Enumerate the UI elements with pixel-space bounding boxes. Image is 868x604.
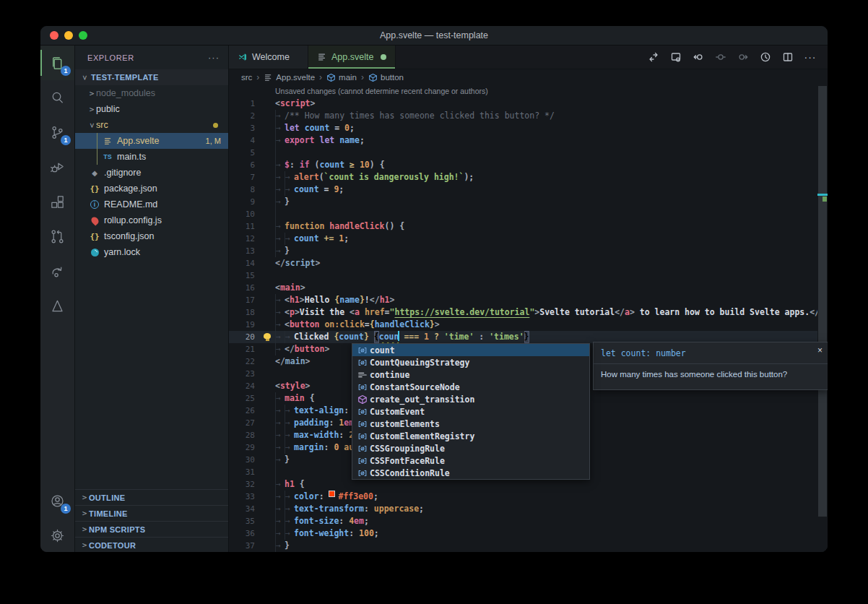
scrollbar[interactable]	[818, 86, 827, 517]
file-row-tsconfig-json[interactable]: {}tsconfig.json	[75, 228, 228, 244]
tab-app-svelte[interactable]: App.svelte	[308, 46, 396, 69]
code-line[interactable]: 4→export let name;	[229, 134, 817, 147]
activity-item-search[interactable]	[40, 80, 74, 115]
code-line[interactable]: 9→}	[229, 196, 817, 208]
breadcrumb-item-main[interactable]: main	[326, 73, 357, 82]
sidebar-more-actions-icon[interactable]: ···	[208, 54, 220, 61]
indent-arrow: →	[275, 306, 285, 319]
code-line[interactable]: 8→→count = 9;	[229, 184, 817, 196]
code-token: ?	[429, 331, 444, 343]
indent-arrow: →	[275, 159, 285, 171]
suggestion-countqueuingstrategy[interactable]: CountQueuingStrategy	[352, 356, 589, 368]
overview-change-mark	[823, 197, 827, 202]
code-line[interactable]: 35→→font-size: 4em;	[229, 515, 817, 527]
code-line[interactable]: 33→→color: #ff3e00;	[229, 491, 817, 503]
navigate-forward-icon[interactable]	[734, 48, 752, 66]
file-row-rollup-config-js[interactable]: rollup.config.js	[75, 212, 228, 228]
code-line[interactable]: 3→let count = 0;	[229, 122, 817, 134]
code-line[interactable]: 6→$: if (count ≥ 10) {	[229, 159, 817, 171]
file-row-package-json[interactable]: {}package.json	[75, 181, 228, 197]
code-line[interactable]: 36→→font-weight: 100;	[229, 527, 817, 540]
navigate-back-icon[interactable]	[690, 48, 707, 66]
code-line[interactable]: 16<main>	[229, 282, 817, 294]
search-icon	[49, 90, 66, 106]
suggestion-customelements[interactable]: customElements	[352, 418, 589, 430]
sidebar-panel-npm-scripts[interactable]: >NPM SCRIPTS	[75, 521, 228, 537]
sidebar-header: EXPLORER ···	[75, 46, 228, 69]
close-icon[interactable]: ×	[817, 346, 823, 355]
suggestion-cssfontfacerule[interactable]: CSSFontFaceRule	[352, 454, 589, 467]
sidebar-section-test-template[interactable]: > TEST-TEMPLATE	[75, 69, 228, 85]
code-line[interactable]: 13→}	[229, 245, 817, 257]
code-line[interactable]: 1<script>	[229, 98, 817, 110]
code-line[interactable]: 2→/** How many times has someone clicked…	[229, 110, 817, 122]
suggestion-customelementregistry[interactable]: CustomElementRegistry	[352, 430, 589, 442]
activity-item-azure[interactable]	[40, 288, 74, 323]
code-editor[interactable]: Unsaved changes (cannot determine recent…	[229, 85, 817, 553]
code-token: let	[319, 134, 339, 147]
more-actions-icon[interactable]: ···	[802, 48, 819, 66]
code-token: 'times'	[489, 331, 524, 343]
navigate-current-icon[interactable]	[712, 48, 729, 66]
sidebar-panel-codetour[interactable]: >CODETOUR	[75, 537, 228, 553]
indent-arrow: →	[285, 184, 294, 196]
file-row-readme-md[interactable]: iREADME.md	[75, 197, 228, 212]
activity-item-run-debug[interactable]	[40, 150, 74, 184]
breadcrumb-item-app-svelte[interactable]: App.svelte	[264, 73, 315, 82]
file-row-public[interactable]: >public	[75, 101, 228, 117]
suggestion-constantsourcenode[interactable]: ConstantSourceNode	[352, 381, 589, 393]
code-token: handleClick	[329, 220, 384, 233]
suggestion-customevent[interactable]: CustomEvent	[352, 405, 589, 418]
zoom-button[interactable]	[79, 31, 87, 40]
code-token: }	[285, 454, 290, 466]
file-row-app-svelte[interactable]: App.svelte1, M	[75, 133, 228, 149]
minimize-button[interactable]	[64, 31, 73, 40]
settings-icon	[49, 527, 66, 544]
file-row-node-modules[interactable]: >node_modules	[75, 85, 228, 101]
sidebar-panel-timeline[interactable]: >TIMELINE	[75, 505, 228, 521]
lightbulb-icon[interactable]	[264, 333, 271, 339]
file-row-src[interactable]: >src	[75, 117, 228, 133]
code-line[interactable]: 11→function handleClick() {	[229, 220, 817, 233]
open-preview-icon[interactable]	[667, 48, 685, 66]
suggestion-cssconditionrule[interactable]: CSSConditionRule	[352, 467, 589, 479]
extensions-icon	[49, 194, 66, 210]
code-line[interactable]: 32→h1 {	[229, 478, 817, 491]
code-line[interactable]: 19→<button on:click={handleClick}>	[229, 319, 817, 331]
code-token: <	[285, 319, 290, 331]
code-line[interactable]: 5	[229, 147, 817, 159]
breadcrumb-item-button[interactable]: button	[368, 73, 404, 82]
activity-item-accounts[interactable]: 1	[40, 483, 74, 518]
activity-item-explorer[interactable]: 1	[40, 46, 74, 80]
activity-item-github-pull-requests[interactable]	[40, 219, 74, 254]
indent-arrow: →	[275, 171, 285, 184]
code-line[interactable]: 15	[229, 269, 817, 282]
code-line[interactable]: 14</script>	[229, 257, 817, 269]
code-line[interactable]: 10	[229, 208, 817, 220]
activity-item-live-share[interactable]	[40, 254, 74, 288]
code-line[interactable]: 34→→text-transform: uppercase;	[229, 503, 817, 515]
suggestion-create-out-transition[interactable]: create_out_transition	[352, 393, 589, 405]
code-token: handleClick	[375, 319, 430, 331]
code-line[interactable]: 12→→count += 1;	[229, 233, 817, 245]
code-line[interactable]: 7→→alert(`count is dangerously high!`);	[229, 171, 817, 184]
breadcrumb-item-src[interactable]: src	[241, 73, 252, 82]
suggestion-count[interactable]: count	[352, 344, 589, 356]
activity-item-source-control[interactable]: 1	[40, 115, 74, 150]
file-row-main-ts[interactable]: TSmain.ts	[75, 149, 228, 165]
code-line[interactable]: 37→}	[229, 540, 817, 552]
suggestion-cssgroupingrule[interactable]: CSSGroupingRule	[352, 442, 589, 454]
file-row-gitignore[interactable]: ◆.gitignore	[75, 165, 228, 181]
split-editor-icon[interactable]	[779, 48, 797, 66]
open-changes-icon[interactable]	[645, 48, 662, 66]
file-row-yarn-lock[interactable]: yarn.lock	[75, 244, 228, 260]
sidebar-panel-outline[interactable]: >OUTLINE	[75, 489, 228, 505]
code-line[interactable]: 17→<h1>Hello {name}!</h1>	[229, 294, 817, 306]
tab-welcome[interactable]: Welcome	[229, 46, 308, 69]
activity-item-extensions[interactable]	[40, 184, 74, 219]
suggestion-continue[interactable]: continue	[352, 368, 589, 381]
code-line[interactable]: 18→<p>Visit the <a href="https://svelte.…	[229, 306, 817, 319]
run-timeline-icon[interactable]	[757, 48, 774, 66]
activity-item-settings[interactable]	[40, 518, 74, 553]
close-button[interactable]	[50, 31, 58, 40]
